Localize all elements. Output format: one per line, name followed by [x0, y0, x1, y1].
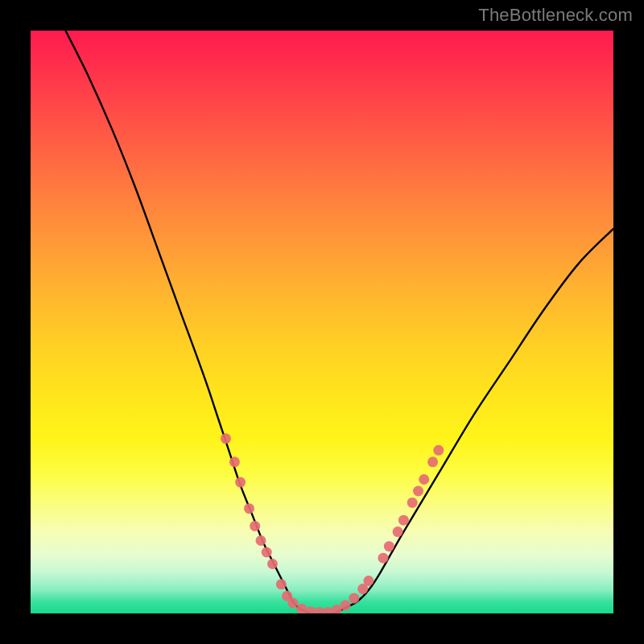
chart-svg — [31, 31, 613, 613]
curve-marker — [267, 559, 278, 569]
curve-markers — [221, 433, 444, 613]
watermark-text: TheBottleneck.com — [478, 5, 633, 26]
curve-marker — [256, 535, 266, 546]
curve-marker — [287, 598, 298, 609]
curve-marker — [349, 593, 359, 604]
curve-marker — [427, 456, 438, 467]
curve-marker — [433, 445, 444, 456]
curve-marker — [235, 477, 246, 488]
curve-marker — [407, 497, 418, 508]
curve-marker — [276, 579, 287, 589]
curve-marker — [229, 456, 240, 467]
plot-area — [31, 31, 613, 613]
bottleneck-curve — [65, 31, 613, 613]
curve-marker — [378, 553, 389, 564]
curve-marker — [393, 526, 403, 537]
curve-marker — [244, 503, 254, 514]
curve-marker — [363, 576, 374, 586]
curve-marker — [250, 521, 260, 531]
curve-marker — [221, 433, 231, 444]
curve-marker — [419, 474, 429, 485]
curve-marker — [413, 486, 423, 497]
curve-marker — [341, 600, 351, 610]
curve-marker — [398, 515, 409, 526]
curve-marker — [262, 547, 272, 558]
chart-frame: TheBottleneck.com — [0, 0, 644, 644]
curve-marker — [384, 541, 394, 551]
